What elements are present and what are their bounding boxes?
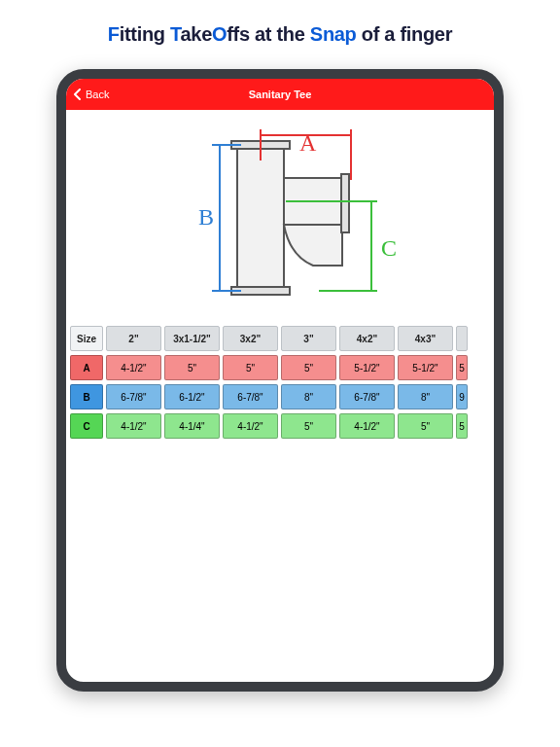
table-cell: 4-1/2" <box>339 413 395 439</box>
row-label: A <box>70 355 103 380</box>
page-title: Sanitary Tee <box>66 89 494 100</box>
table-cell: 8" <box>281 384 336 409</box>
table-cell: 6-7/8" <box>339 384 395 409</box>
navbar: Back Sanitary Tee <box>66 79 494 110</box>
table-cell: 6-1/2" <box>164 384 220 409</box>
headline-part: O <box>212 23 227 45</box>
table-cell: 4-1/2" <box>106 413 161 439</box>
table-cell: 5" <box>398 413 453 439</box>
headline-part: of a finger <box>357 23 453 45</box>
headline-part: ffs at the <box>227 23 310 45</box>
svg-rect-4 <box>341 174 349 232</box>
ipad-frame: Back Sanitary Tee A <box>56 69 504 692</box>
table-header-row: Size 2" 3x1-1/2" 3x2" 3" 4x2" 4x3" <box>70 326 490 351</box>
back-label: Back <box>86 89 109 100</box>
table-row-c: C 4-1/2" 4-1/4" 4-1/2" 5" 4-1/2" 5" 5 <box>70 413 490 439</box>
table-cell: 8" <box>398 384 453 409</box>
table-cell: 5" <box>281 413 336 439</box>
table-cell-overflow: 5 <box>456 413 468 439</box>
promo-headline: Fitting TakeOffs at the Snap of a finger <box>0 0 560 69</box>
headline-part: Snap <box>310 23 357 45</box>
headline-part: itting <box>120 23 170 45</box>
table-cell: 5-1/2" <box>398 355 453 380</box>
table-cell: 4-1/2" <box>106 355 161 380</box>
col-header: 4x2" <box>339 326 395 351</box>
dim-a-label: A <box>299 130 317 156</box>
table-cell: 5" <box>164 355 220 380</box>
table-row-b: B 6-7/8" 6-1/2" 6-7/8" 8" 6-7/8" 8" 9 <box>70 384 490 409</box>
table-cell: 6-7/8" <box>106 384 161 409</box>
headline-part: F <box>108 23 120 45</box>
row-label: B <box>70 384 103 409</box>
row-label: C <box>70 413 103 439</box>
dimension-table[interactable]: Size 2" 3x1-1/2" 3x2" 3" 4x2" 4x3" A 4-1… <box>66 324 494 445</box>
table-cell-overflow: 9 <box>456 384 468 409</box>
col-header: 3" <box>281 326 336 351</box>
table-cell: 5" <box>223 355 278 380</box>
col-header: 3x1-1/2" <box>164 326 220 351</box>
dim-b-label: B <box>198 204 214 230</box>
chevron-left-icon <box>72 89 84 100</box>
headline-part: T <box>170 23 180 45</box>
table-cell-overflow: 5 <box>456 355 468 380</box>
headline-part: ake <box>180 23 211 45</box>
col-header: 4x3" <box>398 326 453 351</box>
table-cell: 4-1/2" <box>223 413 278 439</box>
dim-c-label: C <box>381 235 397 261</box>
svg-rect-0 <box>237 145 284 291</box>
table-row-a: A 4-1/2" 5" 5" 5" 5-1/2" 5-1/2" 5 <box>70 355 490 380</box>
fitting-diagram: A B C <box>66 110 494 324</box>
table-cell: 5" <box>281 355 336 380</box>
table-cell: 4-1/4" <box>164 413 220 439</box>
size-header: Size <box>70 326 103 351</box>
col-header: 3x2" <box>223 326 278 351</box>
table-cell: 6-7/8" <box>223 384 278 409</box>
col-header-overflow <box>456 326 468 351</box>
table-cell: 5-1/2" <box>339 355 395 380</box>
sanitary-tee-diagram: A B C <box>144 120 416 314</box>
col-header: 2" <box>106 326 161 351</box>
back-button[interactable]: Back <box>66 89 109 100</box>
